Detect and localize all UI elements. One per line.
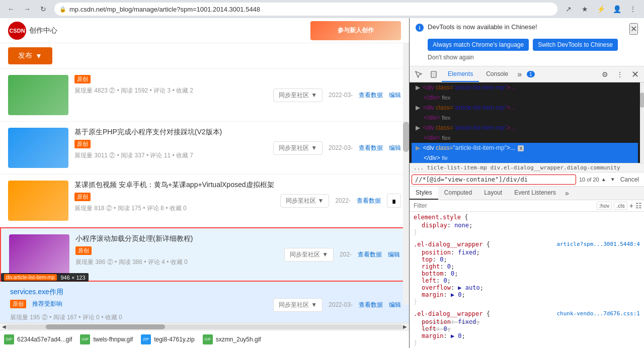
dom-tag: </div> <box>424 94 440 101</box>
view-data-link[interactable]: 查看数据 <box>359 301 383 309</box>
search-cancel-button[interactable]: Cancel <box>617 176 642 183</box>
sync-button[interactable]: 同步至社区 ▼ <box>273 141 323 155</box>
devtools-more-button[interactable]: ⋮ <box>613 67 627 81</box>
tab-elements[interactable]: Elements <box>442 66 479 82</box>
csdn-logo: CSDN 创作中心 <box>8 22 57 40</box>
sync-button[interactable]: 同步至社区 ▼ <box>280 194 330 208</box>
download-file-icon: GIF <box>203 334 213 344</box>
style-property: top: 0; <box>414 256 640 263</box>
sync-button[interactable]: 同步至社区 ▼ <box>273 298 323 312</box>
view-data-link[interactable]: 查看数据 <box>359 91 383 100</box>
address-bar[interactable]: 🔒 mp.csdn.net/mp_blog/manage/article?spm… <box>54 3 557 16</box>
edit-link[interactable]: 编辑 <box>389 144 401 152</box>
expand-arrow[interactable]: ▶ <box>416 84 420 91</box>
notification-text: DevTools is now available in Chinese! <box>428 23 537 31</box>
expand-arrow[interactable]: ▶ <box>416 124 420 131</box>
devtools-settings-button[interactable]: ⚙ <box>598 67 612 81</box>
more-styles-tabs-button[interactable]: » <box>562 187 572 200</box>
back-button[interactable]: ← <box>4 2 18 16</box>
scroll-right-button[interactable]: ▶ <box>403 324 407 329</box>
view-data-link[interactable]: 查看数据 <box>359 144 383 152</box>
profile-button[interactable]: 👤 <box>610 2 624 16</box>
inspect-element-button[interactable] <box>412 67 426 81</box>
search-next-button[interactable]: ▼ <box>608 175 617 184</box>
close-x-button[interactable]: x <box>518 145 524 151</box>
dom-line[interactable]: </div> flex <box>412 113 638 123</box>
dom-line[interactable]: ▶ <div class="article-list-item-mp">... <box>412 103 638 113</box>
expand-arrow[interactable]: ▶ <box>416 104 420 111</box>
cls-filter-button[interactable]: .cls <box>614 202 627 210</box>
dom-line[interactable]: </div> flex <box>412 93 638 103</box>
dom-line-selected[interactable]: ▶ <div class="article-list-item-mp">... … <box>412 143 638 153</box>
original-badge: 原创 <box>74 193 91 201</box>
dont-show-again-link[interactable]: Don't show again <box>428 54 638 61</box>
search-previous-button[interactable]: ▲ <box>599 175 608 184</box>
more-tabs-button[interactable]: » <box>515 70 524 79</box>
dom-search-input[interactable] <box>412 175 576 185</box>
hov-filter-button[interactable]: :hov <box>597 202 612 210</box>
tab-event-listeners[interactable]: Event Listeners <box>508 187 562 200</box>
notification-buttons: Always match Chrome's language Switch De… <box>428 39 638 51</box>
style-source-link[interactable]: article?spm...3001.5448:4 <box>556 241 640 247</box>
dom-line[interactable]: ▶ <div class="article-list-item-mp">... <box>412 82 638 93</box>
forward-button[interactable]: → <box>20 2 34 16</box>
dom-line-selected[interactable]: </div> fle <box>412 153 638 163</box>
refresh-button[interactable]: ↻ <box>36 2 50 16</box>
dom-scrollbar-track[interactable] <box>640 82 644 163</box>
edit-link[interactable]: 编辑 <box>389 91 401 100</box>
original-badge: 原创 <box>74 75 91 83</box>
dom-scrollbar-thumb[interactable] <box>640 93 644 108</box>
view-data-link[interactable]: 查看数据 <box>358 250 382 259</box>
horizontal-scrollbar-area: ◀ ▶ <box>0 323 409 330</box>
tooltip-element-tag: div.article-list-item-mp <box>4 274 57 281</box>
share-button[interactable]: ↗ <box>561 2 576 16</box>
article-title[interactable]: 小程序滚动加载分页处理(新详细教程) <box>75 234 278 243</box>
article-item: 基于原生PHP完成小程序支付对接踩坑(V2版本) 原创 展现量 3011 ② •… <box>0 122 409 175</box>
vertical-scrollbar[interactable] <box>403 43 409 305</box>
horizontal-scrollbar[interactable] <box>6 324 403 329</box>
sync-button[interactable]: 同步至社区 ▼ <box>273 89 323 102</box>
original-badge: 原创 <box>10 300 26 308</box>
menu-button[interactable]: ⋮ <box>626 2 640 16</box>
view-data-link[interactable]: 查看数据 <box>357 197 381 205</box>
styles-filter-input[interactable] <box>412 201 594 210</box>
tab-computed[interactable]: Computed <box>438 187 478 200</box>
article-title[interactable]: services.exe作用 <box>10 288 267 297</box>
match-language-button[interactable]: Always match Chrome's language <box>428 39 529 51</box>
sync-button[interactable]: 同步至社区 ▼ <box>284 248 334 262</box>
sync-dropdown-icon: ▼ <box>311 301 317 308</box>
bookmark-button[interactable]: ★ <box>578 2 592 16</box>
download-item: GIF sxzmn_2uy5h.gif <box>203 334 261 344</box>
extensions-button[interactable]: ⚡ <box>594 2 608 16</box>
article-stats: 展现量 386 ② • 阅读 386 • 评论 4 • 收藏 0 <box>75 258 278 267</box>
add-style-button[interactable]: + <box>629 202 633 210</box>
article-title[interactable]: 基于原生PHP完成小程序支付对接踩坑(V2版本) <box>74 128 267 137</box>
tab-layout[interactable]: Layout <box>478 187 508 200</box>
style-source-link[interactable]: chunk-vendo...7d676.css:1 <box>556 310 640 317</box>
devtools-close-button[interactable]: ✕ <box>628 67 642 81</box>
scroll-left-button[interactable]: ◀ <box>2 324 6 329</box>
switch-chinese-button[interactable]: Switch DevTools to Chinese <box>533 39 618 51</box>
notification-close-button[interactable]: ✕ <box>629 23 638 35</box>
expand-arrow[interactable]: ▶ <box>416 144 420 151</box>
article-actions: 同步至社区 ▼ 202- 查看数据 编辑 <box>284 234 400 275</box>
publish-button[interactable]: 发布 ▼ <box>8 47 52 64</box>
dom-line[interactable]: </div> flex <box>412 133 638 143</box>
scroll-thumb[interactable] <box>403 122 409 152</box>
layers-button[interactable]: ☷ <box>635 202 642 210</box>
style-close-brace: } <box>414 298 640 305</box>
recommend-link[interactable]: 推荐受影响 <box>32 300 62 311</box>
tab-console[interactable]: Console <box>480 66 514 82</box>
dom-line[interactable]: ▶ <div class="article-list-item-mp">... <box>412 123 638 133</box>
article-list: 原创 展现量 4823 ② • 阅读 1592 • 评论 3 • 收藏 2 同步… <box>0 69 409 323</box>
edit-link[interactable]: 编辑 <box>389 301 401 309</box>
header-banner[interactable]: 参与新人创作 <box>310 21 401 40</box>
edit-link[interactable]: 编辑 <box>388 250 400 259</box>
qr-icon[interactable]: ∎ <box>387 194 401 208</box>
article-title[interactable]: 某课抓包视频 安卓手机：黄鸟+某课app+VirtualXposed虚拟框架 <box>74 181 274 190</box>
style-property: right: 0; <box>414 263 640 270</box>
dom-attr-val: "article-list-item-mp" <box>453 104 507 111</box>
device-toolbar-button[interactable] <box>427 67 441 81</box>
horizontal-scroll-thumb[interactable] <box>46 324 165 329</box>
tab-styles[interactable]: Styles <box>410 187 438 200</box>
